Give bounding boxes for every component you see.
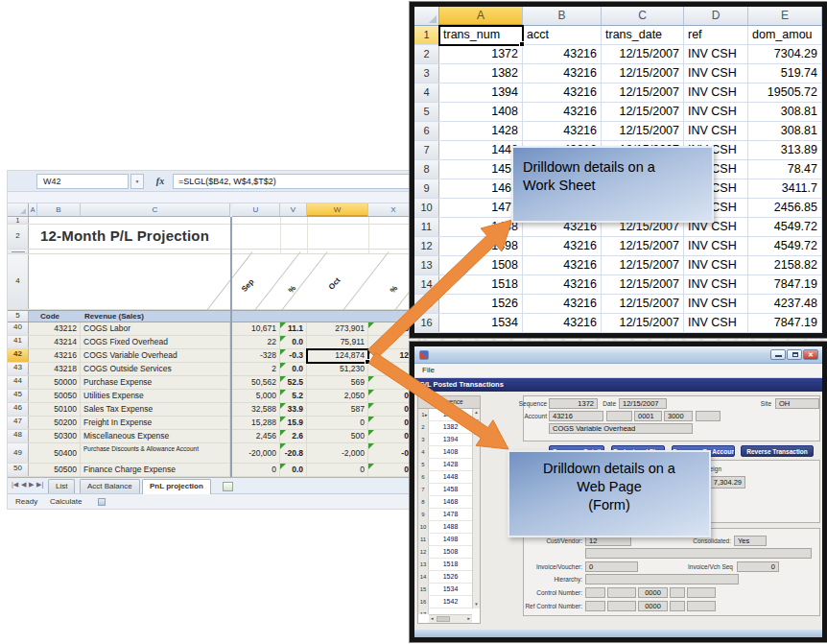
cell[interactable]: 12/15/2007 xyxy=(602,275,684,294)
row-header[interactable]: 41 xyxy=(8,336,29,348)
cell[interactable]: 43216 xyxy=(523,256,602,274)
cell[interactable]: -0.3 xyxy=(280,349,307,362)
cell[interactable]: 43214 xyxy=(36,336,81,348)
row-header[interactable]: 47 xyxy=(8,417,29,429)
list-item[interactable]: 81468 xyxy=(418,496,480,509)
cell[interactable]: 587 xyxy=(307,403,368,416)
cell[interactable]: INV CSH xyxy=(684,122,748,140)
cell[interactable]: 1534 xyxy=(439,314,523,332)
cell[interactable]: INV CSH xyxy=(684,103,748,121)
cell[interactable]: 43216 xyxy=(523,83,602,102)
cell[interactable]: 0.0 xyxy=(280,336,307,348)
cell[interactable]: 12/15/2007 xyxy=(602,83,684,102)
cell[interactable]: 2,456 xyxy=(232,430,280,442)
sheet-tab-list[interactable]: List xyxy=(48,479,75,494)
cell[interactable]: 2 xyxy=(232,363,280,375)
ref-control-number-field[interactable] xyxy=(607,601,636,611)
percent-header[interactable]: % xyxy=(287,284,297,295)
cell[interactable]: 7847.19 xyxy=(748,314,822,332)
column-header-selected[interactable]: W xyxy=(307,203,368,217)
cell[interactable]: 2158.82 xyxy=(748,256,822,274)
row-header[interactable]: 7 xyxy=(414,141,439,159)
column-header[interactable]: D xyxy=(684,7,748,26)
formula-bar[interactable]: =SLGL($B42, W$4,$T$2) xyxy=(173,174,416,189)
cell[interactable]: 308.81 xyxy=(748,103,822,121)
cell[interactable]: 12/15/2007 xyxy=(602,237,684,255)
cell[interactable]: 4237.48 xyxy=(748,295,822,313)
cell[interactable]: 7847.19 xyxy=(748,275,822,294)
ref-control-number-field[interactable]: 0000 xyxy=(638,601,668,611)
control-number-field[interactable] xyxy=(687,587,716,598)
pane-split[interactable] xyxy=(230,217,232,477)
row-header[interactable]: 9 xyxy=(414,179,439,198)
row-header[interactable]: 45 xyxy=(8,390,29,402)
date-field[interactable]: 12/15/2007 xyxy=(619,398,667,409)
cell[interactable]: 1394 xyxy=(439,83,523,102)
cell[interactable]: 50050 xyxy=(36,390,81,402)
cell[interactable]: -20.8 xyxy=(280,443,307,463)
cell[interactable]: 43216 xyxy=(523,64,602,83)
row-header[interactable]: 2 xyxy=(414,45,439,63)
cell[interactable]: 1478 xyxy=(439,199,523,217)
cell[interactable]: 43216 xyxy=(523,103,602,121)
cell[interactable]: Utilities Expense xyxy=(81,390,230,402)
cell[interactable]: ref xyxy=(684,26,748,44)
row-header[interactable]: 3 xyxy=(414,64,439,83)
row-header[interactable]: 49 xyxy=(8,443,29,463)
list-item[interactable]: 71458 xyxy=(418,484,480,496)
macro-record-icon[interactable] xyxy=(98,498,106,506)
cell[interactable]: INV CSH xyxy=(684,314,748,332)
cell[interactable]: 43212 xyxy=(36,322,81,335)
cell[interactable]: 2,050 xyxy=(307,390,368,402)
tab-nav-first-icon[interactable]: |◀ xyxy=(12,481,18,489)
row-header[interactable]: 5 xyxy=(8,311,29,322)
cell[interactable]: 0.0 xyxy=(280,363,307,375)
cell[interactable]: 1372 xyxy=(439,45,523,63)
select-all-corner[interactable] xyxy=(414,7,439,26)
cell[interactable]: 1488 xyxy=(439,218,523,236)
cell[interactable]: 43216 xyxy=(523,122,602,140)
cell[interactable]: Miscellaneous Expense xyxy=(81,430,230,442)
row-header[interactable]: 5 xyxy=(414,103,439,121)
tab-nav-prev-icon[interactable]: ◀ xyxy=(21,481,26,489)
row-header[interactable]: 43 xyxy=(8,363,29,375)
row-header[interactable]: 40 xyxy=(8,322,29,335)
cell[interactable]: 12/15/2007 xyxy=(602,295,684,313)
control-number-field[interactable] xyxy=(670,587,685,598)
account-field[interactable]: 43216 xyxy=(549,411,603,421)
cell[interactable]: 43216 xyxy=(523,295,602,313)
column-header[interactable]: U xyxy=(232,203,280,217)
cell[interactable]: INV CSH xyxy=(684,83,748,102)
column-header[interactable]: B xyxy=(523,7,602,26)
cell[interactable]: 11.1 xyxy=(280,322,307,335)
row-header[interactable]: 1 xyxy=(8,217,29,224)
window-title-bar[interactable]: ✕ xyxy=(414,346,822,364)
cell[interactable]: 7304.29 xyxy=(748,45,822,63)
cell[interactable]: 1382 xyxy=(439,64,523,83)
cell[interactable]: 10,671 xyxy=(232,322,280,335)
cell[interactable]: 43216 xyxy=(523,314,602,332)
row-header[interactable]: 12 xyxy=(414,237,439,255)
cell[interactable]: 12/15/2007 xyxy=(602,122,684,140)
sequence-list-header[interactable]: Sequence xyxy=(418,396,480,409)
cell[interactable]: 12/15/2007 xyxy=(602,314,684,332)
cell[interactable]: 1458 xyxy=(439,160,523,179)
month-header[interactable]: Oct xyxy=(327,276,343,292)
cell[interactable]: 1498 xyxy=(439,237,523,255)
insert-worksheet-icon[interactable] xyxy=(223,482,233,491)
row-header[interactable]: 16 xyxy=(414,314,439,332)
column-header-selected[interactable]: A xyxy=(439,7,523,26)
control-number-field[interactable]: 0000 xyxy=(638,587,668,598)
invoice-vch-seq-field[interactable]: 0 xyxy=(737,561,779,572)
cell[interactable]: 500 xyxy=(307,430,368,442)
cell[interactable]: 75,911 xyxy=(307,336,368,348)
sheet-tab-acct-balance[interactable]: Acct Balance xyxy=(80,479,140,494)
cell[interactable]: 4549.72 xyxy=(748,218,822,236)
cell[interactable]: 12/15/2007 xyxy=(602,64,684,83)
cell[interactable]: 50100 xyxy=(36,403,81,416)
ref-control-number-field[interactable] xyxy=(670,601,685,611)
scroll-down-icon[interactable]: ▼ xyxy=(473,601,480,608)
list-item[interactable]: 151534 xyxy=(418,584,480,596)
cell[interactable]: COGS Fixed Overhead xyxy=(81,336,230,348)
cell[interactable]: INV CSH xyxy=(684,64,748,83)
